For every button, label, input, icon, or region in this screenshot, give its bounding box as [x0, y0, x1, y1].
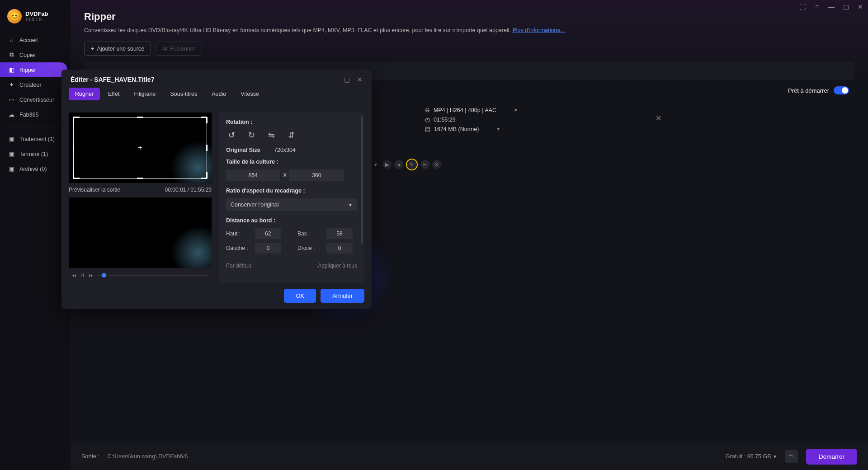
- more-info-link[interactable]: Plus d'informations...: [512, 27, 565, 33]
- output-canvas: [69, 197, 212, 268]
- x-separator: X: [280, 172, 289, 179]
- ready-toggle[interactable]: [834, 86, 849, 94]
- flip-vertical-icon[interactable]: ⇵: [286, 130, 297, 141]
- edge-top-label: Haut :: [226, 230, 251, 237]
- chevron-down-icon[interactable]: ▼: [496, 127, 500, 132]
- sidebar-item-label: Convertisseur: [19, 97, 54, 103]
- cancel-button[interactable]: Annuler: [321, 289, 364, 303]
- sidebar-item-label: Terminé (1): [19, 151, 48, 157]
- modal-window-controls: ▢ ✕: [344, 76, 363, 83]
- app-name: DVDFab: [25, 10, 48, 17]
- merge-label: Fusionner: [170, 46, 195, 52]
- preview-label-row: Prévisualiser la sortie 00:00:01 / 01:55…: [69, 187, 212, 193]
- rotate-cw-icon[interactable]: ↻: [246, 130, 257, 141]
- sidebar-item-traitement[interactable]: ▣Traitement (1): [0, 132, 71, 146]
- modal-title: Éditer - SAFE_HAVEN.Title7: [71, 76, 154, 83]
- output-label: Sortie :: [81, 453, 99, 460]
- player-thumb[interactable]: [102, 273, 106, 277]
- flip-horizontal-icon[interactable]: ⇋: [266, 130, 277, 141]
- modal-maximize-icon[interactable]: ▢: [344, 76, 350, 83]
- settings-scrollbar[interactable]: [361, 117, 363, 244]
- sidebar-item-archive[interactable]: ▣Archivé (0): [0, 161, 71, 176]
- remove-icon[interactable]: ✕: [432, 160, 441, 169]
- folder-icon: 🗀: [788, 453, 794, 460]
- sidebar-item-convertisseur[interactable]: ▭Convertisseur: [0, 92, 71, 107]
- sidebar-item-termine[interactable]: ▣Terminé (1): [0, 146, 71, 161]
- edge-right-input[interactable]: [326, 243, 353, 254]
- item-size: 1674 MB (Norme): [434, 126, 479, 132]
- row-action-icons: ▼ ▶ ◂ ✎ ✂ ✕: [373, 159, 441, 170]
- plus-icon: +: [91, 46, 94, 52]
- modal-footer: OK Annuler: [61, 282, 372, 303]
- edge-left-label: Gauche :: [226, 245, 251, 251]
- merge-button[interactable]: ⇉Fusionner: [156, 42, 202, 56]
- apply-all-link[interactable]: Appliquer à tous: [318, 263, 357, 269]
- sidebar-item-accueil[interactable]: ⌂Accueil: [0, 33, 71, 47]
- processing-icon: ▣: [8, 136, 15, 142]
- preview-output-label: Prévisualiser la sortie: [69, 187, 120, 193]
- copy-icon: ⧉: [8, 52, 15, 58]
- free-space[interactable]: Gratuit : 86.75 GB ▼: [726, 453, 777, 460]
- tab-vitesse[interactable]: Vitesse: [234, 88, 265, 100]
- edge-distance-label: Distance au bord :: [226, 217, 357, 224]
- merge-icon: ⇉: [162, 45, 167, 52]
- add-source-button[interactable]: +Ajouter une source: [84, 42, 151, 56]
- tab-effet[interactable]: Effet: [102, 88, 126, 100]
- bottom-bar: Sortie : C:\Users\kun.wang\.DVDFab64\ Gr…: [71, 443, 868, 470]
- edit-highlight: ✎: [406, 159, 418, 170]
- storage-icon: ▤: [425, 126, 430, 132]
- tab-filigrane[interactable]: Filigrane: [127, 88, 162, 100]
- chapter-icon[interactable]: ◂: [394, 160, 403, 169]
- ok-button[interactable]: OK: [284, 289, 316, 303]
- tab-sous-titres[interactable]: Sous-titres: [164, 88, 203, 100]
- edge-bottom-input[interactable]: [326, 228, 353, 239]
- aspect-ratio-value: Conserver l'original: [231, 202, 279, 208]
- modal-close-icon[interactable]: ✕: [357, 76, 363, 83]
- player-bar: ⏮ ⏸ ⏭: [69, 268, 212, 282]
- rotate-ccw-icon[interactable]: ↺: [226, 130, 237, 141]
- sidebar-item-ripper[interactable]: ◧Ripper: [0, 62, 67, 77]
- sidebar-item-label: Ripper: [19, 67, 36, 73]
- app-version: 13.0.1.9: [25, 17, 48, 22]
- tab-audio[interactable]: Audio: [205, 88, 232, 100]
- toolbar: +Ajouter une source ⇉Fusionner: [84, 42, 854, 56]
- settings-icon[interactable]: ✂: [420, 160, 429, 169]
- cloud-icon: ☁: [8, 111, 15, 118]
- rotation-label: Rotation :: [226, 119, 357, 125]
- edit-icon[interactable]: ✎: [407, 160, 416, 169]
- original-size-value: 720x304: [274, 147, 296, 153]
- edge-left-input[interactable]: [255, 243, 281, 254]
- link-row: Par défaut Appliquer à tous: [226, 263, 357, 269]
- crop-center-icon[interactable]: +: [138, 144, 142, 152]
- page-description-text: Convertissez les disques DVD/Blu-ray/4K …: [84, 27, 512, 33]
- crop-width-input[interactable]: [226, 169, 280, 181]
- default-link[interactable]: Par défaut: [226, 263, 251, 269]
- player-track[interactable]: [97, 275, 209, 276]
- crop-height-input[interactable]: [289, 169, 344, 181]
- player-pause-icon[interactable]: ⏸: [80, 273, 85, 278]
- modal-tabs: Rogner Effet Filigrane Sous-titres Audio…: [61, 88, 372, 106]
- play-icon[interactable]: ▶: [382, 160, 392, 169]
- aspect-ratio-select[interactable]: Conserver l'original ▼: [226, 198, 357, 211]
- crop-frame[interactable]: +: [73, 117, 207, 179]
- original-size-label: Original Size: [226, 147, 267, 153]
- rotation-buttons: ↺ ↻ ⇋ ⇵: [226, 130, 357, 141]
- sidebar-item-label: Accueil: [19, 37, 38, 43]
- tab-rogner[interactable]: Rogner: [69, 88, 100, 100]
- chevron-down-icon[interactable]: ▼: [514, 108, 518, 113]
- page-title: Ripper: [84, 11, 854, 23]
- output-path[interactable]: C:\Users\kun.wang\.DVDFab64\: [108, 453, 188, 460]
- crop-canvas[interactable]: +: [69, 113, 212, 183]
- start-button[interactable]: Démarrer: [806, 449, 857, 465]
- edge-top-input[interactable]: [255, 228, 281, 239]
- open-folder-button[interactable]: 🗀: [785, 450, 798, 463]
- sidebar-item-copier[interactable]: ⧉Copier: [0, 47, 71, 62]
- item-duration: 01:55:29: [434, 117, 456, 123]
- item-close-icon[interactable]: ✕: [656, 114, 661, 122]
- sidebar-item-fab365[interactable]: ☁Fab365: [0, 107, 71, 122]
- chevron-down-icon[interactable]: ▼: [373, 162, 378, 167]
- player-next-icon[interactable]: ⏭: [89, 273, 94, 278]
- sidebar-item-createur[interactable]: ✦Créateur: [0, 77, 71, 92]
- player-prev-icon[interactable]: ⏮: [71, 273, 76, 278]
- modal-body: + Prévisualiser la sortie 00:00:01 / 01:…: [61, 106, 372, 282]
